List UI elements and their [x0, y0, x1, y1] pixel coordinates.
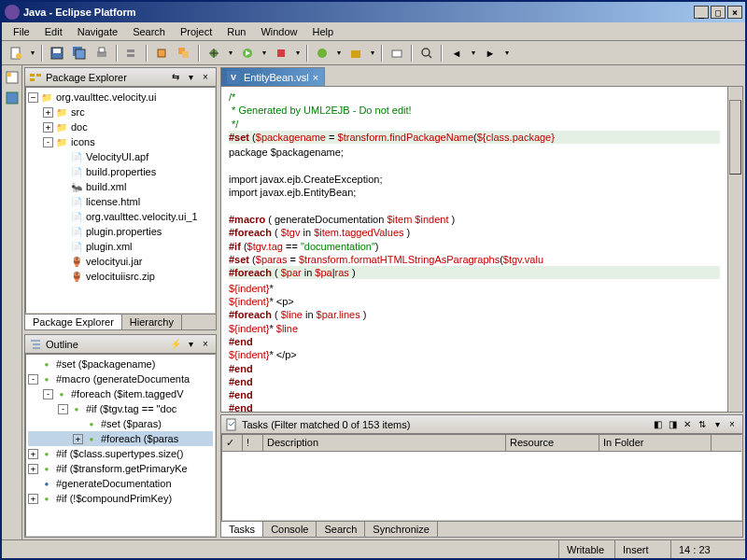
- outline-menu-button[interactable]: ▾: [184, 338, 197, 351]
- tab-package-explorer[interactable]: Package Explorer: [25, 315, 122, 329]
- outline-item[interactable]: +●#if ($transform.getPrimaryKe: [28, 461, 213, 476]
- close-button[interactable]: ×: [727, 6, 742, 19]
- tasks-menu-button[interactable]: ▾: [711, 418, 724, 431]
- column-header[interactable]: ✓: [222, 435, 243, 451]
- tasks-filter-button[interactable]: ◧: [651, 418, 664, 431]
- tree-item[interactable]: 📄license.html: [28, 194, 213, 209]
- outline-item[interactable]: ●#generateDocumentation: [28, 476, 213, 491]
- tree-toggle-icon[interactable]: +: [43, 107, 53, 118]
- run-dropdown[interactable]: ▾: [260, 43, 269, 63]
- tree-toggle-icon[interactable]: -: [43, 389, 53, 399]
- tree-item[interactable]: 📄org.vaulttec.velocity.ui_1: [28, 209, 213, 224]
- outline-tree[interactable]: ●#set ($packagename)-●#macro (generateDo…: [25, 354, 216, 537]
- editor-tab-close-button[interactable]: ×: [313, 72, 318, 83]
- titlebar[interactable]: Java - Eclipse Platform _ □ ×: [2, 2, 745, 22]
- tree-toggle-icon[interactable]: -: [43, 137, 53, 147]
- new-package-dropdown[interactable]: ▾: [368, 43, 377, 63]
- tab-hierarchy[interactable]: Hierarchy: [122, 315, 182, 329]
- menu-run[interactable]: Run: [219, 24, 253, 39]
- menu-window[interactable]: Window: [253, 24, 304, 39]
- toggle-button[interactable]: [121, 43, 142, 63]
- code-editor[interactable]: /* * Generated by UML2EJB - Do not edit!…: [221, 87, 727, 412]
- menu-search[interactable]: Search: [125, 24, 173, 39]
- tree-toggle-icon[interactable]: -: [58, 404, 68, 414]
- search-button[interactable]: [416, 43, 437, 63]
- menu-help[interactable]: Help: [305, 24, 342, 39]
- menu-navigate[interactable]: Navigate: [70, 24, 125, 39]
- save-button[interactable]: [47, 43, 67, 63]
- print-button[interactable]: [92, 43, 112, 63]
- menu-edit[interactable]: Edit: [37, 24, 70, 39]
- save-all-button[interactable]: [69, 43, 90, 63]
- tree-item[interactable]: 📄VelocityUI.apf: [28, 149, 213, 164]
- tree-item[interactable]: +📁src: [28, 105, 213, 119]
- outline-sort-button[interactable]: ⚡: [169, 338, 182, 351]
- tree-item[interactable]: +📁doc: [28, 119, 213, 134]
- tree-item[interactable]: 🏺velocityui.jar: [28, 254, 213, 269]
- external-tools-button[interactable]: [271, 43, 291, 63]
- panel-close-button[interactable]: ×: [199, 71, 212, 84]
- run-button[interactable]: [237, 43, 258, 63]
- editor-tab[interactable]: V EntityBean.vsl ×: [220, 67, 325, 87]
- tree-project[interactable]: −📁org.vaulttec.velocity.ui: [28, 90, 213, 105]
- column-header[interactable]: Resource: [506, 435, 599, 451]
- tree-toggle-icon[interactable]: +: [28, 464, 38, 474]
- debug-button[interactable]: [204, 43, 224, 63]
- scroll-thumb[interactable]: [729, 100, 741, 175]
- tree-toggle-icon[interactable]: -: [28, 374, 38, 385]
- build-all-button[interactable]: [174, 43, 194, 63]
- forward-button[interactable]: ►: [480, 43, 500, 63]
- column-header[interactable]: !: [243, 435, 263, 451]
- open-perspective-button[interactable]: [4, 69, 21, 86]
- tree-toggle-icon[interactable]: −: [28, 92, 38, 103]
- menu-file[interactable]: File: [6, 24, 37, 39]
- tasks-delete-button[interactable]: ✕: [681, 418, 694, 431]
- new-dropdown[interactable]: ▾: [28, 43, 37, 63]
- tree-toggle-icon[interactable]: +: [28, 494, 38, 504]
- tab-console[interactable]: Console: [263, 522, 317, 537]
- outline-close-button[interactable]: ×: [199, 338, 212, 351]
- tree-item[interactable]: 📄plugin.properties: [28, 224, 213, 239]
- back-button[interactable]: ◄: [446, 43, 467, 63]
- tab-tasks[interactable]: Tasks: [221, 522, 263, 537]
- outline-item[interactable]: +●#foreach ($paras: [28, 431, 213, 446]
- back-dropdown[interactable]: ▾: [469, 43, 478, 63]
- java-perspective-button[interactable]: [4, 90, 21, 106]
- menu-project[interactable]: Project: [173, 24, 219, 39]
- column-header[interactable]: Description: [263, 435, 506, 451]
- outline-item[interactable]: ●#set ($paras): [28, 416, 213, 431]
- tab-search[interactable]: Search: [317, 522, 365, 537]
- tree-item[interactable]: 📄build.properties: [28, 164, 213, 179]
- tab-synchronize[interactable]: Synchronize: [365, 522, 438, 537]
- outline-item[interactable]: -●#macro (generateDocumenta: [28, 371, 213, 386]
- tree-item[interactable]: 🏺velocituiisrc.zip: [28, 269, 213, 284]
- new-package-button[interactable]: [345, 43, 366, 63]
- new-button[interactable]: [6, 43, 26, 63]
- maximize-button[interactable]: □: [711, 6, 726, 19]
- build-button[interactable]: [151, 43, 172, 63]
- outline-item[interactable]: +●#if (!$compoundPrimKey): [28, 491, 213, 506]
- new-class-dropdown[interactable]: ▾: [334, 43, 344, 63]
- tasks-add-button[interactable]: ◨: [666, 418, 679, 431]
- tasks-close-button[interactable]: ×: [726, 418, 739, 431]
- tree-toggle-icon[interactable]: +: [28, 449, 38, 459]
- column-header[interactable]: In Folder: [599, 435, 712, 451]
- package-explorer-tree[interactable]: −📁org.vaulttec.velocity.ui+📁src+📁doc-📁ic…: [25, 87, 216, 314]
- outline-item[interactable]: ●#set ($packagename): [28, 357, 213, 371]
- minimize-button[interactable]: _: [694, 6, 709, 19]
- collapse-all-button[interactable]: ⇆: [169, 71, 182, 84]
- tree-toggle-icon[interactable]: +: [43, 122, 53, 133]
- outline-item[interactable]: -●#if ($tgv.tag == "doc: [28, 401, 213, 416]
- tasks-sort-button[interactable]: ⇅: [696, 418, 709, 431]
- tasks-table[interactable]: ✓!DescriptionResourceIn Folder: [221, 434, 742, 521]
- debug-dropdown[interactable]: ▾: [226, 43, 235, 63]
- external-dropdown[interactable]: ▾: [293, 43, 303, 63]
- panel-menu-button[interactable]: ▾: [184, 71, 197, 84]
- outline-item[interactable]: +●#if ($class.supertypes.size(): [28, 446, 213, 461]
- tree-item[interactable]: 🐜build.xml: [28, 179, 213, 194]
- forward-dropdown[interactable]: ▾: [502, 43, 512, 63]
- outline-item[interactable]: -●#foreach ($item.taggedV: [28, 386, 213, 401]
- open-type-button[interactable]: [387, 43, 407, 63]
- tree-toggle-icon[interactable]: +: [73, 434, 83, 444]
- new-class-button[interactable]: [312, 43, 332, 63]
